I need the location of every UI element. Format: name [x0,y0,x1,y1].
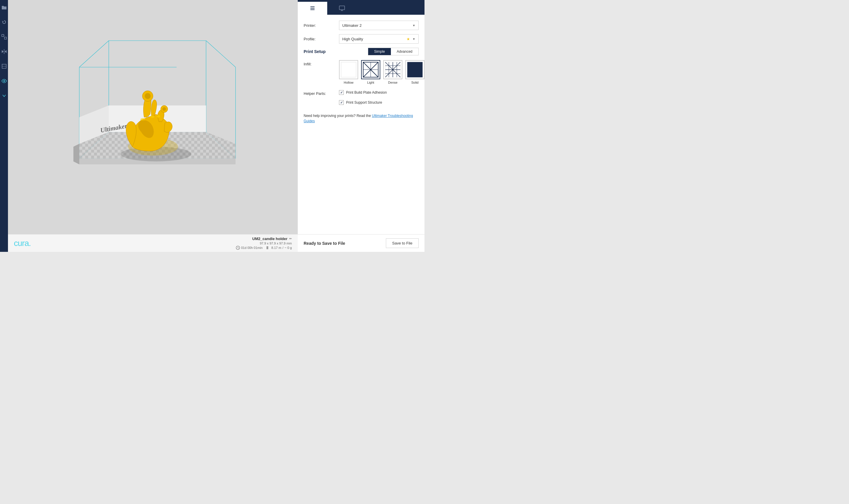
printer-select[interactable]: Ultimaker 2 ▼ [339,21,419,30]
help-text-prefix: Need help improving your prints? Read th… [304,114,372,118]
viewport[interactable]: Ultimaker 2 [8,0,298,252]
profile-value: High Quality [342,37,363,41]
mirror-icon[interactable] [0,44,8,59]
model-stats: 01d 00h 01min 8.17 m / ~ 0 g [236,246,292,250]
tab-settings[interactable] [298,2,327,15]
scale-icon[interactable] [0,30,8,44]
filament-stat: 8.17 m / ~ 0 g [266,246,292,250]
content-row: Ultimaker 2 [8,0,424,252]
helper-parts-row: Helper Parts: ✓ Print Build Plate Adhesi… [304,90,419,107]
light-pattern-icon [363,61,379,78]
model-name-row: UM2_candle holder ✏ [252,236,292,241]
dense-pattern-icon [385,61,401,78]
print-setup-header: Print Setup Simple Advanced [304,48,419,55]
cura-dot: . [29,239,31,248]
support-icon[interactable] [0,59,8,74]
svg-marker-29 [73,144,79,164]
infill-dense-box [383,60,402,79]
infill-hollow-option[interactable]: Hollow [339,60,358,84]
print-time-stat: 01d 00h 01min [236,246,263,250]
settings-tab-icon [309,5,316,12]
printer-control: Ultimaker 2 ▼ [339,21,419,30]
sidebar [0,0,8,252]
build-plate-label: Print Build Plate Adhesion [346,90,387,94]
infill-solid-option[interactable]: Solid [405,60,424,84]
filament-separator: / [282,246,283,250]
printer-label: Printer: [304,23,339,28]
svg-rect-1 [4,37,6,39]
support-checkbox[interactable]: ✓ [339,100,344,105]
edit-icon[interactable]: ✏ [289,237,292,241]
cura-logo: cura. [14,239,31,248]
print-time: 01d 00h 01min [241,246,263,250]
profile-chevron-icon: ▼ [412,37,415,41]
model-name: UM2_candle holder [252,236,288,241]
infill-dense-label: Dense [388,81,398,84]
infill-row: Infill: Hollow [304,60,419,84]
rotate-icon[interactable] [0,15,8,30]
infill-solid-label: Solid [411,81,418,84]
svg-point-39 [162,107,166,111]
main-area: Ultimaker 2 [8,0,424,252]
folder-icon[interactable] [0,0,8,15]
infill-hollow-box [339,60,358,79]
profile-select[interactable]: High Quality ★ ▼ [339,34,419,43]
filament-length: 8.17 m [272,246,281,250]
panel-bottom: Ready to Save to File Save to File [298,234,424,252]
svg-point-8 [3,80,5,82]
status-bar: cura. UM2_candle holder ✏ 97.9 x 97.9 x … [8,234,298,252]
right-panel: Printer: Ultimaker 2 ▼ Profile: High Qua… [298,0,424,252]
solid-pattern-icon [407,61,423,78]
cura-text: cura [14,239,29,248]
filament-weight: ~ 0 g [284,246,292,250]
status-left: cura. [14,239,31,248]
profile-row: Profile: High Quality ★ ▼ [304,34,419,43]
infill-solid-box [405,60,424,79]
printer-value: Ultimaker 2 [342,23,362,28]
filament-icon [266,246,270,250]
scene-3d: Ultimaker 2 [8,0,298,234]
svg-marker-5 [5,50,6,53]
print-setup-title: Print Setup [304,49,326,54]
support-checkmark-icon: ✓ [340,101,343,105]
panel-content: Printer: Ultimaker 2 ▼ Profile: High Qua… [298,15,424,234]
profile-label: Profile: [304,37,339,41]
monitor-tab-icon [339,5,345,12]
build-plate-checkbox[interactable]: ✓ [339,90,344,95]
svg-rect-70 [408,62,422,77]
advanced-toggle-btn[interactable]: Advanced [391,48,418,55]
svg-point-37 [145,93,151,99]
infill-label: Infill: [304,60,339,66]
save-to-file-button[interactable]: Save to File [386,238,419,248]
clock-icon [236,246,240,250]
eye-icon[interactable] [0,74,8,88]
svg-point-42 [157,115,160,118]
printer-chevron-icon: ▼ [412,24,415,27]
infill-light-option[interactable]: Light [361,60,380,84]
infill-light-box [361,60,380,79]
profile-star-icon: ★ [406,37,410,41]
svg-line-10 [206,41,236,67]
hollow-pattern-icon [341,61,357,78]
infill-section: Infill: Hollow [304,60,419,84]
profile-control: High Quality ★ ▼ [339,34,419,43]
svg-rect-52 [339,6,345,10]
support-label: Print Support Structure [346,101,382,105]
tab-monitor[interactable] [327,2,357,15]
helper-options: ✓ Print Build Plate Adhesion ✓ Print Sup… [339,90,387,107]
svg-line-11 [79,41,109,67]
svg-line-45 [238,248,239,248]
ready-status-text: Ready to Save to File [304,241,345,246]
helper-parts-label: Helper Parts: [304,90,339,96]
panel-tabs [298,0,424,15]
infill-dense-option[interactable]: Dense [383,60,402,84]
printer-row: Printer: Ultimaker 2 ▼ [304,21,419,30]
status-right: UM2_candle holder ✏ 97.9 x 97.9 x 97.9 m… [236,236,292,250]
mode-toggle-group: Simple Advanced [368,48,419,55]
svg-rect-55 [341,62,356,77]
simple-toggle-btn[interactable]: Simple [368,48,391,55]
model-dimensions: 97.9 x 97.9 x 97.9 mm [260,241,292,245]
chevron-down-icon[interactable] [0,88,8,103]
helper-parts-section: Helper Parts: ✓ Print Build Plate Adhesi… [304,90,419,107]
svg-marker-4 [2,50,3,53]
